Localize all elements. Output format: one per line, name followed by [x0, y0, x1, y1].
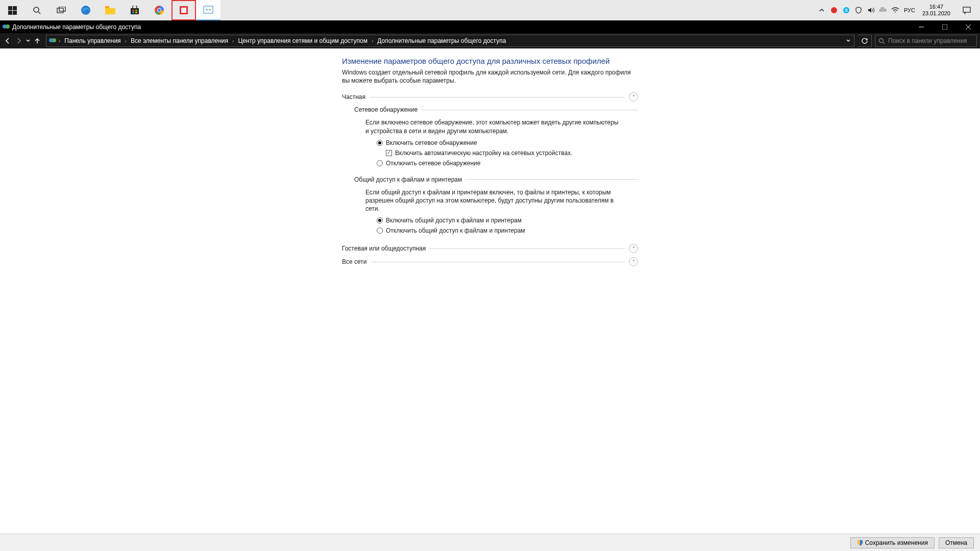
search-input[interactable]: Поиск в панели управления [875, 35, 977, 47]
chevron-up-icon[interactable]: ˄ [629, 92, 638, 102]
svg-point-24 [831, 7, 837, 13]
svg-text:S: S [845, 8, 848, 13]
radio-icon [377, 160, 383, 166]
svg-point-17 [158, 9, 161, 12]
refresh-button[interactable] [857, 35, 872, 47]
nav-toolbar: › Панель управления › Все элементы панел… [0, 33, 980, 48]
edge-taskbar-button[interactable] [74, 0, 98, 20]
tray-skype-icon[interactable]: S [842, 6, 851, 15]
svg-rect-31 [942, 24, 947, 30]
search-icon [33, 6, 41, 14]
section-all-label: Все сети [342, 258, 367, 265]
section-private-header[interactable]: Частная ˄ [342, 92, 638, 102]
radio-label: Включить общий доступ к файлам и принтер… [386, 217, 522, 224]
tray-app1-icon[interactable] [829, 6, 839, 15]
control-panel-taskbar-button[interactable] [196, 0, 220, 20]
svg-point-22 [206, 9, 208, 11]
notification-icon [963, 6, 971, 14]
tray-onedrive-icon[interactable] [878, 6, 888, 15]
chrome-icon [154, 5, 164, 15]
taskbar-time: 16:47 [922, 4, 950, 10]
network-discovery-desc: Если включено сетевое обнаружение, этот … [365, 118, 621, 135]
svg-point-4 [34, 7, 39, 12]
tray-volume-icon[interactable] [866, 6, 875, 15]
svg-rect-12 [135, 10, 137, 11]
close-button[interactable] [957, 20, 980, 33]
svg-rect-19 [181, 8, 186, 13]
tray-wifi-icon[interactable] [891, 6, 900, 15]
save-changes-button[interactable]: Сохранить изменения [850, 537, 935, 548]
chrome-taskbar-button[interactable] [147, 0, 172, 20]
address-bar[interactable]: › Панель управления › Все элементы панел… [46, 35, 854, 47]
breadcrumb-item[interactable]: Панель управления [62, 37, 122, 44]
chevron-right-icon[interactable]: › [58, 38, 61, 44]
svg-rect-9 [105, 6, 109, 8]
page-title: Изменение параметров общего доступа для … [342, 57, 638, 65]
chevron-down-icon[interactable]: ˅ [629, 244, 638, 253]
nav-recent-button[interactable] [24, 33, 32, 48]
radio-network-discovery-on[interactable]: Включить сетевое обнаружение [377, 138, 638, 147]
section-guest-label: Гостевая или общедоступная [342, 245, 426, 252]
windows-icon [8, 6, 17, 15]
window-titlebar: Дополнительные параметры общего доступа [0, 20, 980, 33]
nav-forward-button[interactable] [13, 33, 24, 48]
shield-icon [857, 540, 863, 546]
radio-file-printer-on[interactable]: Включить общий доступ к файлам и принтер… [377, 216, 638, 225]
control-panel-icon [203, 6, 213, 14]
checkbox-auto-setup[interactable]: Включить автоматическую настройку на сет… [386, 148, 638, 158]
nav-up-button[interactable] [32, 33, 43, 48]
start-button[interactable] [0, 0, 24, 20]
radio-icon [377, 140, 383, 146]
content-area: Изменение параметров общего доступа для … [0, 48, 980, 534]
minimize-button[interactable] [910, 20, 933, 33]
taskbar-clock[interactable]: 16:47 23.01.2020 [919, 4, 953, 17]
file-printer-legend: Общий доступ к файлам и принтерам [354, 176, 462, 183]
tray-language[interactable]: РУС [903, 6, 916, 15]
nav-back-button[interactable] [2, 33, 13, 48]
svg-rect-14 [135, 12, 137, 13]
cancel-button-label: Отмена [945, 539, 967, 546]
chevron-right-icon[interactable]: › [124, 38, 128, 44]
address-history-button[interactable] [843, 35, 854, 46]
section-all-header[interactable]: Все сети ˅ [342, 257, 638, 267]
tray-chevron-icon[interactable] [817, 6, 826, 15]
checkbox-icon [386, 150, 392, 156]
checkbox-label: Включить автоматическую настройку на сет… [395, 149, 573, 157]
file-explorer-taskbar-button[interactable] [98, 0, 122, 20]
page-description: Windows создает отдельный сетевой профил… [342, 68, 638, 85]
radio-icon [377, 217, 383, 223]
svg-rect-21 [204, 7, 212, 13]
svg-line-37 [883, 42, 885, 44]
app1-taskbar-button[interactable] [172, 0, 196, 20]
address-icon [48, 36, 57, 46]
action-center-button[interactable] [957, 0, 977, 20]
svg-point-23 [209, 9, 211, 11]
radio-icon [377, 228, 383, 234]
breadcrumb-item[interactable]: Все элементы панели управления [129, 37, 230, 44]
chevron-right-icon[interactable]: › [231, 38, 235, 44]
taskbar: S РУС 16:47 23.01.2020 [0, 0, 980, 20]
svg-point-29 [6, 24, 10, 29]
breadcrumb-item[interactable]: Дополнительные параметры общего доступа [375, 37, 508, 44]
chevron-down-icon[interactable]: ˅ [629, 257, 638, 266]
svg-rect-2 [8, 11, 12, 15]
network-discovery-legend: Сетевое обнаружение [354, 106, 418, 113]
task-view-button[interactable] [49, 0, 74, 20]
section-guest-header[interactable]: Гостевая или общедоступная ˅ [342, 243, 638, 254]
store-icon [130, 6, 139, 15]
radio-label: Отключить сетевое обнаружение [386, 160, 480, 167]
breadcrumb-item[interactable]: Центр управления сетями и общим доступом [236, 37, 370, 44]
chevron-right-icon[interactable]: › [371, 38, 374, 44]
maximize-button[interactable] [933, 20, 957, 33]
search-placeholder: Поиск в панели управления [888, 37, 967, 44]
svg-rect-13 [132, 12, 134, 13]
radio-file-printer-off[interactable]: Отключить общий доступ к файлам и принте… [377, 226, 638, 235]
radio-network-discovery-off[interactable]: Отключить сетевое обнаружение [377, 159, 638, 168]
search-taskbar-button[interactable] [24, 0, 49, 20]
svg-rect-10 [131, 8, 139, 14]
cancel-button[interactable]: Отмена [939, 537, 974, 548]
footer-bar: Сохранить изменения Отмена [0, 534, 980, 551]
store-taskbar-button[interactable] [122, 0, 147, 20]
radio-label: Включить сетевое обнаружение [386, 139, 477, 146]
tray-security-icon[interactable] [854, 6, 863, 15]
